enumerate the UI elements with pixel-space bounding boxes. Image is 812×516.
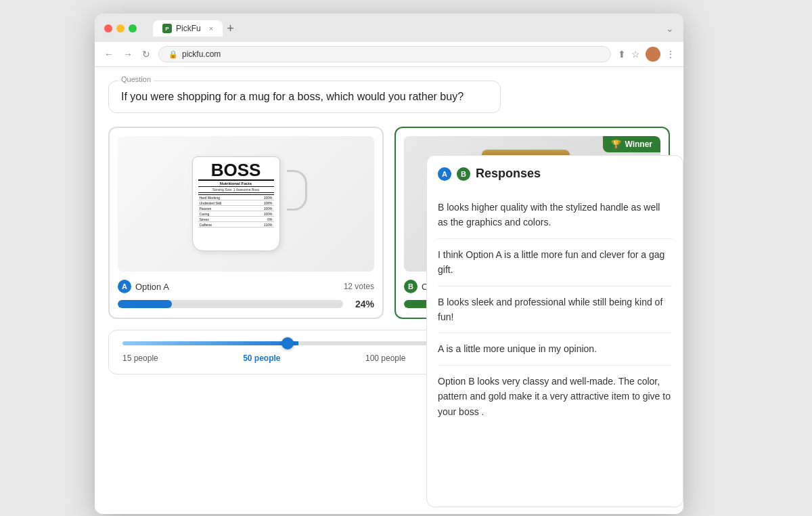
address-bar-row: ← → ↻ 🔒 pickfu.com ⬆ ☆ ⋮ <box>95 42 683 67</box>
question-box: Question If you were shopping for a mug … <box>108 81 501 113</box>
slider-thumb[interactable] <box>281 337 294 349</box>
maximize-button[interactable] <box>129 24 137 33</box>
winner-badge: 🏆 Winner <box>603 136 660 152</box>
option-a-percent: 24% <box>350 299 374 309</box>
back-button[interactable]: ← <box>103 47 115 61</box>
response-item-5: Option B looks very classy and well-made… <box>438 366 672 427</box>
browser-window: P PickFu × + ⌄ ← → ↻ 🔒 pickfu.com ⬆ ☆ ⋮ … <box>95 14 683 514</box>
option-a-badge: A <box>118 280 131 293</box>
user-avatar[interactable] <box>646 47 660 62</box>
responses-badge-b: B <box>457 167 470 181</box>
option-a-progress-bar-bg <box>118 300 343 308</box>
response-item-2: I think Option A is a little more fun an… <box>438 239 672 286</box>
share-icon[interactable]: ⬆ <box>618 49 626 60</box>
active-tab[interactable]: P PickFu × <box>153 20 223 37</box>
browser-actions: ⬆ ☆ ⋮ <box>618 47 675 62</box>
option-a-footer: A Option A 12 votes <box>118 280 374 293</box>
slider-label-15[interactable]: 15 people <box>122 353 158 363</box>
responses-header: A B Responses <box>438 167 672 181</box>
responses-panel: A B Responses B looks higher quality wit… <box>426 155 683 507</box>
lock-icon: 🔒 <box>168 50 178 59</box>
url-text: pickfu.com <box>182 49 221 59</box>
more-options-icon[interactable]: ⋮ <box>666 49 675 60</box>
question-label: Question <box>118 75 154 83</box>
option-a-progress: 24% <box>118 299 374 309</box>
refresh-button[interactable]: ↻ <box>141 47 152 61</box>
response-item-3: B looks sleek and professional while sti… <box>438 286 672 334</box>
option-a-image: BOSS Nutritional Facts Serving Size: 1 A… <box>118 136 374 272</box>
question-text: If you were shopping for a mug for a bos… <box>121 91 464 102</box>
option-a-name: Option A <box>135 282 169 292</box>
minimize-button[interactable] <box>116 24 125 33</box>
tab-label: PickFu <box>176 24 201 33</box>
mug-boss-text: BOSS <box>198 161 274 179</box>
response-item-1: B looks higher quality with the stylized… <box>438 192 672 239</box>
mug-a-label: BOSS Nutritional Facts Serving Size: 1 A… <box>193 157 279 232</box>
slider-label-100[interactable]: 100 people <box>365 353 405 363</box>
new-tab-button[interactable]: + <box>227 22 234 35</box>
forward-button[interactable]: → <box>122 47 134 61</box>
slider-label-50[interactable]: 50 people <box>243 353 280 363</box>
option-a-progress-fill <box>118 300 172 308</box>
option-b-badge: B <box>404 280 418 293</box>
responses-badge-a: A <box>438 167 451 181</box>
nutrition-rows: Hard Working100% Undivided Skill108% Pas… <box>198 194 274 228</box>
winner-label: Winner <box>625 139 652 149</box>
chevron-down-icon[interactable]: ⌄ <box>666 23 674 34</box>
tab-bar: P PickFu × + <box>153 20 659 37</box>
option-a-card: BOSS Nutritional Facts Serving Size: 1 A… <box>108 127 384 319</box>
option-a-label: A Option A <box>118 280 169 293</box>
tab-close-icon[interactable]: × <box>209 24 213 33</box>
mug-a-visual: BOSS Nutritional Facts Serving Size: 1 A… <box>185 150 307 258</box>
mug-nutritional-title: Nutritional Facts <box>198 179 274 187</box>
traffic-lights <box>104 24 137 33</box>
address-bar[interactable]: 🔒 pickfu.com <box>158 46 611 62</box>
mug-a-body: BOSS Nutritional Facts Serving Size: 1 A… <box>192 156 280 251</box>
option-a-votes: 12 votes <box>344 282 374 291</box>
mug-a-handle <box>287 170 307 211</box>
tab-favicon: P <box>162 24 172 33</box>
bookmark-icon[interactable]: ☆ <box>631 49 640 60</box>
trophy-icon: 🏆 <box>611 139 621 149</box>
page-content: Question If you were shopping for a mug … <box>95 67 683 514</box>
response-item-4: A is a little more unique in my opinion. <box>438 333 672 365</box>
close-button[interactable] <box>104 24 112 33</box>
browser-titlebar: P PickFu × + ⌄ <box>95 14 683 42</box>
responses-title: Responses <box>476 167 541 181</box>
